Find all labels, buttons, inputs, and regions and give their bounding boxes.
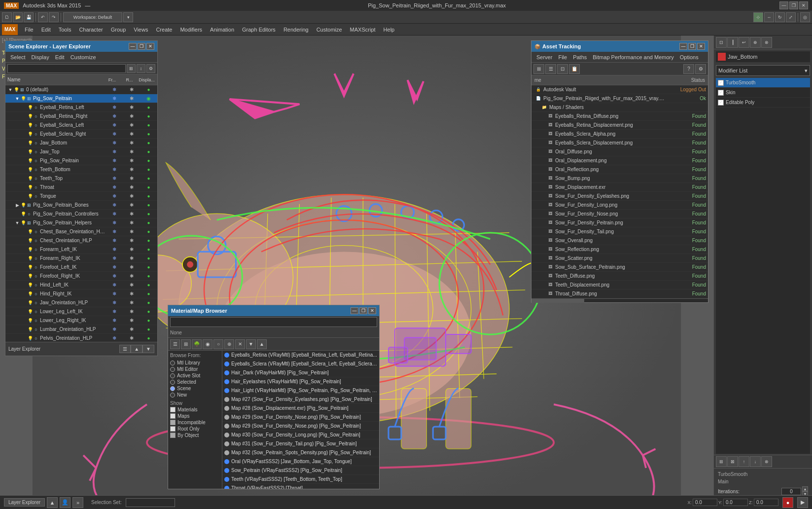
at-list-row[interactable]: 🖼Throat_Diffuse.pngFound <box>531 290 708 298</box>
at-btn-1[interactable]: ⊞ <box>533 64 544 74</box>
mat-list-item[interactable]: Map #27 (Sow_Fur_Density_Eyelashes.png) … <box>222 395 379 404</box>
se-tree-row[interactable]: 💡○Throat❄✱● <box>5 183 157 192</box>
se-row-visibility-icon[interactable]: 💡 <box>27 131 33 137</box>
at-scrollbar-thumb[interactable] <box>531 299 584 303</box>
at-list-row[interactable]: 🖼Oral_Reflection.pngFound <box>531 165 708 174</box>
se-tree-row[interactable]: 💡○Jaw_Oreintation_HLP❄✱● <box>5 298 157 307</box>
se-row-render-icon[interactable]: ✱ <box>123 291 140 296</box>
se-row-visibility-icon[interactable]: 💡 <box>27 335 33 341</box>
menu-group[interactable]: Group <box>107 26 130 34</box>
se-sort-btn[interactable]: ↕ <box>137 64 145 73</box>
se-row-freeze-icon[interactable]: ❄ <box>106 318 123 323</box>
se-row-visibility-icon[interactable]: 💡 <box>27 255 33 261</box>
redo-button[interactable]: ↷ <box>49 12 59 22</box>
se-row-freeze-icon[interactable]: ❄ <box>106 282 123 288</box>
se-filter-btn[interactable]: ⊞ <box>127 64 136 73</box>
se-row-freeze-icon[interactable]: ❄ <box>106 309 123 314</box>
mat-list-item[interactable]: Map #31 (Sow_Fur_Density_Tail.png) [Pig_… <box>222 439 379 448</box>
close-button[interactable]: ✕ <box>799 1 808 9</box>
se-tree-row[interactable]: 💡○Teeth_Bottom❄✱● <box>5 165 157 174</box>
se-row-display-icon[interactable]: ● <box>140 220 157 225</box>
se-row-visibility-icon[interactable]: 💡 <box>27 309 33 315</box>
mat-list-item[interactable]: Sow_Peitrain (VRayFastSSS2) [Pig_Sow_Pei… <box>222 466 379 475</box>
at-btn-4[interactable]: 📋 <box>569 64 580 74</box>
se-row-render-icon[interactable]: ✱ <box>123 140 140 145</box>
workspace-dropdown[interactable]: Workspace: Default <box>63 12 122 22</box>
coord-y-input[interactable] <box>723 499 748 506</box>
at-list-row[interactable]: 🖼Sow_Reflection.pngFound <box>531 245 708 254</box>
se-row-visibility-icon[interactable]: 💡 <box>27 318 33 324</box>
at-list-row[interactable]: 📄Pig_Sow_Peitrain_Riiged_with_Fur_max_20… <box>531 94 708 103</box>
se-row-freeze-icon[interactable]: ❄ <box>106 122 123 128</box>
se-row-visibility-icon[interactable]: 💡 <box>27 184 33 190</box>
at-list-row[interactable]: 🖼Sow_Bump.pngFound <box>531 174 708 183</box>
at-menu-server[interactable]: Server <box>533 53 555 61</box>
mat-btn-5[interactable]: ○ <box>213 339 223 349</box>
at-btn-5[interactable]: ⚙ <box>695 64 706 74</box>
at-menu-paths[interactable]: Paths <box>570 53 590 61</box>
status-play-btn[interactable]: ▶ <box>797 497 808 508</box>
se-tree-row[interactable]: 💡○Chest_Base_Oreintation_HLP❄✱● <box>5 227 157 236</box>
se-row-display-icon[interactable]: ● <box>140 309 157 314</box>
mat-radio-mtl-library[interactable]: Mtl Library <box>170 360 220 365</box>
se-row-render-icon[interactable]: ✱ <box>123 184 140 190</box>
se-row-render-icon[interactable]: ✱ <box>123 131 140 137</box>
mat-btn-7[interactable]: ✕ <box>235 339 245 349</box>
menu-animation[interactable]: Animation <box>206 26 238 34</box>
se-tree-row[interactable]: 💡○Tongue❄✱● <box>5 192 157 201</box>
se-row-render-icon[interactable]: ✱ <box>123 229 140 234</box>
at-list-row[interactable]: 🖼Sow_Overall.pngFound <box>531 236 708 245</box>
status-icon-1[interactable]: ▲ <box>47 497 58 508</box>
se-row-visibility-icon[interactable]: 💡 <box>27 247 33 253</box>
at-list-row[interactable]: 🖼Teeth_Displacement.pngFound <box>531 281 708 290</box>
se-row-render-icon[interactable]: ✱ <box>123 122 140 128</box>
se-row-render-icon[interactable]: ✱ <box>123 282 140 288</box>
rp-modifier-checkbox[interactable]: ✓ <box>718 100 724 106</box>
se-row-freeze-icon[interactable]: ❄ <box>106 211 123 217</box>
se-row-render-icon[interactable]: ✱ <box>123 193 140 199</box>
se-menu-select[interactable]: Select <box>7 53 29 61</box>
se-row-freeze-icon[interactable]: ❄ <box>106 238 123 243</box>
se-tree-row[interactable]: 💡○Eyeball_Sclera_Left❄✱● <box>5 121 157 130</box>
rotate-button[interactable]: ↻ <box>775 12 785 22</box>
restore-button[interactable]: ❐ <box>789 1 798 9</box>
rp-modifier-dropdown[interactable]: Modifier List ▾ <box>716 65 810 76</box>
rp-iterations-input[interactable] <box>781 488 801 495</box>
se-row-expand[interactable]: ▼ <box>14 96 20 101</box>
se-row-visibility-icon[interactable]: 💡 <box>27 149 33 155</box>
se-row-display-icon[interactable]: ● <box>140 193 157 199</box>
viewport-area[interactable]: [+] [Perspective] [Shaded + Edged Faces]… <box>0 36 713 509</box>
se-row-visibility-icon[interactable]: 💡 <box>20 220 26 226</box>
mat-radio-selected[interactable]: Selected <box>170 379 220 385</box>
se-tree-row[interactable]: 💡○Pig_Sow_Peitrain_Controllers❄✱● <box>5 210 157 218</box>
se-tree-row[interactable]: 💡○Lower_Leg_Right_IK❄✱● <box>5 316 157 325</box>
se-tree-row[interactable]: 💡○Lower_Leg_Left_IK❄✱● <box>5 307 157 316</box>
se-row-render-icon[interactable]: ✱ <box>123 96 140 101</box>
se-row-render-icon[interactable]: ✱ <box>123 247 140 252</box>
rp-btn-4[interactable]: ⊕ <box>750 37 761 48</box>
se-tree-row[interactable]: 💡○Hind_Right_IK❄✱● <box>5 290 157 298</box>
mat-restore[interactable]: ❐ <box>359 307 367 314</box>
se-row-visibility-icon[interactable]: 💡 <box>27 273 33 279</box>
mat-search-input[interactable] <box>170 317 377 327</box>
rp-mod-btn-4[interactable]: ↓ <box>750 456 761 467</box>
mat-radio-mtl-editor[interactable]: Mtl Editor <box>170 366 220 372</box>
selection-set-input[interactable] <box>126 498 175 507</box>
rp-mod-btn-1[interactable]: ⊞ <box>716 456 727 467</box>
se-row-display-icon[interactable]: ● <box>140 158 157 163</box>
se-tree-row[interactable]: 💡○Teeth_Top❄✱● <box>5 174 157 183</box>
se-row-freeze-icon[interactable]: ❄ <box>106 193 123 199</box>
se-tree-row[interactable]: 💡○Jaw_Bottom❄✱● <box>5 139 157 147</box>
at-list-row[interactable]: 🖼Sow_Fur_Density_Tail.pngFound <box>531 227 708 236</box>
mat-list-item[interactable]: Teeth (VRayFastSSS2) [Teeth_Bottom, Teet… <box>222 475 379 484</box>
mat-list-item[interactable]: Map #29 (Sow_Fur_Density_Nose.png) [Pig_… <box>222 413 379 422</box>
at-list-row[interactable]: 🖼Sow_Fur_Density_Peitrain.pngFound <box>531 218 708 227</box>
menu-tools[interactable]: Tools <box>55 26 75 34</box>
se-row-freeze-icon[interactable]: ❄ <box>106 327 123 332</box>
se-row-freeze-icon[interactable]: ❄ <box>106 149 123 154</box>
at-list-row[interactable]: 🖼Sow_Sub_Surface_Peitrain.pngFound <box>531 263 708 272</box>
rp-modifier-checkbox[interactable]: ✓ <box>718 90 724 96</box>
se-row-display-icon[interactable]: ● <box>140 264 157 270</box>
at-list-row[interactable]: 🖼Eyeballs_Sclera_Alpha.pngFound <box>531 130 708 139</box>
at-list-row[interactable]: 🖼Eyeballs_Sclera_Displacement.pngFound <box>531 139 708 147</box>
